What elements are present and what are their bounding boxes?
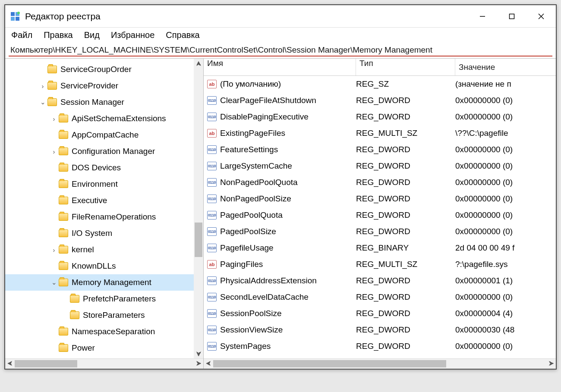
tree-item[interactable]: DOS Devices xyxy=(5,160,203,176)
registry-editor-window: Редактор реестра Файл Правка Вид Избранн… xyxy=(4,4,557,370)
scroll-thumb[interactable] xyxy=(195,223,202,257)
tree-item[interactable]: ›kernel xyxy=(5,241,203,258)
scroll-thumb[interactable] xyxy=(213,360,446,367)
value-row[interactable]: 0110NonPagedPoolSizeREG_DWORD0x00000000 … xyxy=(204,191,556,207)
tree-item[interactable]: Power xyxy=(5,340,203,356)
minimize-button[interactable] xyxy=(468,6,497,27)
tree-item[interactable]: NamespaceSeparation xyxy=(5,323,203,340)
tree-item[interactable]: Executive xyxy=(5,192,203,209)
scroll-track[interactable] xyxy=(194,68,203,349)
chevron-down-icon[interactable]: ⌄ xyxy=(39,98,47,106)
chevron-right-icon[interactable]: › xyxy=(50,246,58,254)
tree-pane: ServiceGroupOrder›ServiceProvider⌄Sessio… xyxy=(5,59,204,369)
value-name-cell: 0110SecondLevelDataCache xyxy=(207,292,356,302)
chevron-right-icon[interactable]: › xyxy=(50,148,58,155)
tree-item-label: Memory Management xyxy=(72,278,151,287)
value-type: REG_DWORD xyxy=(356,210,455,220)
tree-item[interactable]: ⌄Memory Management xyxy=(5,274,203,291)
maximize-button[interactable] xyxy=(497,6,526,27)
value-row[interactable]: 0110PagefileUsageREG_BINARY2d 04 00 00 4… xyxy=(204,240,556,256)
binary-value-icon: 0110 xyxy=(207,326,217,334)
value-row[interactable]: 0110NonPagedPoolQuotaREG_DWORD0x00000000… xyxy=(204,174,556,191)
titlebar: Редактор реестра xyxy=(5,5,556,28)
tree-item[interactable]: I/O System xyxy=(5,225,203,241)
tree-item[interactable]: Environment xyxy=(5,176,203,192)
value-data: 0x00000000 (0) xyxy=(455,161,556,171)
value-row[interactable]: 0110PagedPoolQuotaREG_DWORD0x00000000 (0… xyxy=(204,207,556,223)
tree-item[interactable]: KnownDLLs xyxy=(5,258,203,274)
column-header-type[interactable]: Тип xyxy=(356,59,455,75)
address-bar[interactable]: Компьютер\HKEY_LOCAL_MACHINE\SYSTEM\Curr… xyxy=(9,44,552,56)
values-horizontal-scrollbar[interactable]: ⮜ ⮞ xyxy=(204,358,556,369)
scroll-track[interactable] xyxy=(15,359,194,369)
scroll-left-icon[interactable]: ⮜ xyxy=(5,361,15,367)
tree-item[interactable]: AppCompatCache xyxy=(5,127,203,143)
value-row[interactable]: 0110FeatureSettingsREG_DWORD0x00000000 (… xyxy=(204,141,556,158)
value-type: REG_DWORD xyxy=(356,194,455,204)
folder-icon xyxy=(47,82,57,90)
value-type: REG_DWORD xyxy=(356,112,455,122)
scroll-right-icon[interactable]: ⮞ xyxy=(546,361,556,367)
scroll-right-icon[interactable]: ⮞ xyxy=(194,361,203,367)
tree-item[interactable]: ›ServiceProvider xyxy=(5,78,203,94)
tree-vertical-scrollbar[interactable]: ⮝ ⮟ xyxy=(194,59,203,358)
value-name-cell: 0110FeatureSettings xyxy=(207,145,356,154)
binary-value-icon: 0110 xyxy=(207,96,217,105)
value-row[interactable]: 0110SecondLevelDataCacheREG_DWORD0x00000… xyxy=(204,289,556,305)
value-name: NonPagedPoolSize xyxy=(220,194,291,204)
scroll-up-icon[interactable]: ⮝ xyxy=(194,59,203,68)
menu-file[interactable]: Файл xyxy=(11,30,32,40)
value-data: 0x00000004 (4) xyxy=(455,309,556,318)
value-data: 0x00000030 (48 xyxy=(455,325,556,335)
menu-favorites[interactable]: Избранное xyxy=(111,30,154,40)
values-list[interactable]: ab(По умолчанию)REG_SZ(значение не п0110… xyxy=(204,76,556,358)
scroll-thumb[interactable] xyxy=(15,360,77,367)
column-header-value[interactable]: Значение xyxy=(455,63,556,72)
chevron-down-icon[interactable]: ⌄ xyxy=(50,279,58,286)
tree-item-label: PrefetchParameters xyxy=(83,294,156,304)
value-row[interactable]: 0110SessionViewSizeREG_DWORD0x00000030 (… xyxy=(204,322,556,338)
scroll-left-icon[interactable]: ⮜ xyxy=(204,361,213,367)
value-row[interactable]: 0110SessionPoolSizeREG_DWORD0x00000004 (… xyxy=(204,305,556,322)
value-row[interactable]: abPagingFilesREG_MULTI_SZ?:\pagefile.sys xyxy=(204,256,556,273)
tree-item[interactable]: ⌄Session Manager xyxy=(5,94,203,110)
binary-value-icon: 0110 xyxy=(207,113,217,121)
value-row[interactable]: 0110DisablePagingExecutiveREG_DWORD0x000… xyxy=(204,109,556,125)
value-row[interactable]: abExistingPageFilesREG_MULTI_SZ\??\C:\pa… xyxy=(204,125,556,141)
tree-horizontal-scrollbar[interactable]: ⮜ ⮞ xyxy=(5,358,203,369)
value-name: PagefileUsage xyxy=(220,243,274,253)
value-name-cell: 0110SessionPoolSize xyxy=(207,309,356,318)
value-name: SecondLevelDataCache xyxy=(220,292,309,302)
value-name: ExistingPageFiles xyxy=(220,129,285,138)
menu-view[interactable]: Вид xyxy=(84,30,100,40)
tree-item[interactable]: PrefetchParameters xyxy=(5,291,203,307)
binary-value-icon: 0110 xyxy=(207,178,217,187)
tree-item[interactable]: ›ApiSetSchemaExtensions xyxy=(5,110,203,127)
value-name-cell: 0110PagefileUsage xyxy=(207,243,356,253)
tree-item[interactable]: ServiceGroupOrder xyxy=(5,61,203,78)
menu-edit[interactable]: Правка xyxy=(44,30,73,40)
value-row[interactable]: 0110PhysicalAddressExtensionREG_DWORD0x0… xyxy=(204,273,556,289)
chevron-right-icon[interactable]: › xyxy=(39,82,47,90)
value-row[interactable]: 0110SystemPagesREG_DWORD0x00000000 (0) xyxy=(204,338,556,354)
tree-item-label: AppCompatCache xyxy=(72,130,139,140)
value-name: PagedPoolQuota xyxy=(220,210,283,220)
tree-item[interactable]: StoreParameters xyxy=(5,307,203,323)
value-name-cell: abPagingFiles xyxy=(207,260,356,269)
tree-item[interactable]: FileRenameOperations xyxy=(5,209,203,225)
value-row[interactable]: ab(По умолчанию)REG_SZ(значение не п xyxy=(204,76,556,92)
scroll-down-icon[interactable]: ⮟ xyxy=(194,349,203,358)
value-row[interactable]: 0110PagedPoolSizeREG_DWORD0x00000000 (0) xyxy=(204,223,556,240)
value-data: ?:\pagefile.sys xyxy=(455,260,556,269)
tree-view[interactable]: ServiceGroupOrder›ServiceProvider⌄Sessio… xyxy=(5,59,203,358)
menu-help[interactable]: Справка xyxy=(166,30,199,40)
tree-item[interactable]: ›Configuration Manager xyxy=(5,143,203,160)
chevron-right-icon[interactable]: › xyxy=(50,115,58,122)
column-header-name[interactable]: Имя xyxy=(207,59,356,75)
svg-rect-0 xyxy=(11,12,15,16)
close-button[interactable] xyxy=(526,6,556,27)
scroll-track[interactable] xyxy=(213,359,546,369)
value-row[interactable]: 0110LargeSystemCacheREG_DWORD0x00000000 … xyxy=(204,158,556,174)
value-row[interactable]: 0110ClearPageFileAtShutdownREG_DWORD0x00… xyxy=(204,92,556,109)
value-type: REG_DWORD xyxy=(356,342,455,351)
